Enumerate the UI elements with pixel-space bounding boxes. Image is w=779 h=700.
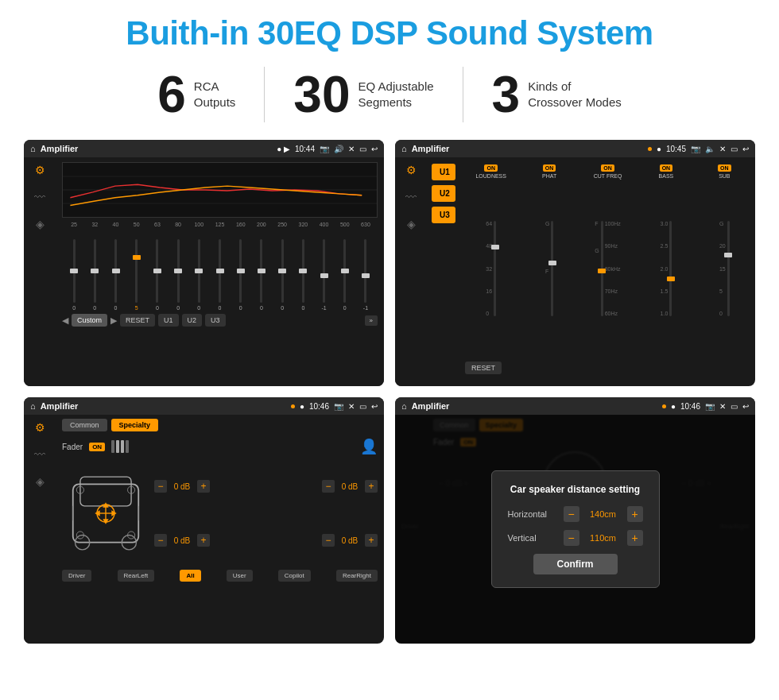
eq-more-btn[interactable]: » (365, 315, 378, 326)
eq-slider-3[interactable]: 5 (126, 239, 147, 311)
db-bl-plus[interactable]: + (197, 534, 210, 547)
eq-slider-14[interactable]: -1 (355, 239, 376, 311)
eq-slider-11[interactable]: 0 (293, 239, 313, 311)
eq-u2-btn[interactable]: U2 (182, 314, 203, 327)
stat-rca: 6 RCA Outputs (129, 69, 264, 120)
crossover-sidebar-icon-1[interactable]: ⚙ (406, 164, 417, 176)
eq-slider-9[interactable]: 0 (251, 239, 272, 311)
camera-icon: 📷 (320, 145, 329, 153)
db-tr-minus[interactable]: − (322, 480, 335, 493)
eq-sidebar-icon-2[interactable]: 〰 (34, 191, 45, 203)
close-icon-2: ✕ (719, 145, 726, 153)
eq-slider-5[interactable]: 0 (168, 239, 188, 311)
copilot-btn[interactable]: Copilot (278, 570, 311, 582)
u3-button[interactable]: U3 (432, 207, 455, 223)
eq-slider-10[interactable]: 0 (272, 239, 293, 311)
db-tl-value: 0 dB (170, 482, 194, 491)
horizontal-plus-btn[interactable]: + (627, 506, 643, 522)
tab-common[interactable]: Common (62, 419, 107, 431)
db-control-bottom-right: − 0 dB + (322, 534, 378, 547)
fader-bottom-row: Driver RearLeft All User Copilot RearRig… (62, 570, 378, 582)
vertical-minus-btn[interactable]: − (564, 530, 579, 546)
status-dot-4 (662, 404, 666, 408)
eq-slider-12[interactable]: -1 (313, 239, 334, 311)
crossover-reset-btn[interactable]: RESET (465, 362, 502, 374)
vertical-plus-btn[interactable]: + (627, 530, 643, 546)
home-icon-2[interactable]: ⌂ (401, 144, 407, 153)
db-layout: − 0 dB + (62, 462, 378, 565)
horizontal-value: 140cm (583, 509, 623, 519)
vertical-value: 110cm (583, 533, 623, 543)
fader-header: Fader ON 👤 (62, 438, 378, 455)
eq-slider-13[interactable]: 0 (335, 239, 355, 311)
eq-prev-btn[interactable]: ◀ (62, 315, 68, 326)
fader-sidebar-icon-3[interactable]: ◈ (36, 475, 45, 488)
status-dot-2 (648, 147, 652, 151)
crossover-main: ON LOUDNESS 644832160 (460, 157, 755, 386)
channel-bass: ON BASS 3.02.52.01.51.0 (640, 164, 692, 355)
rearleft-btn[interactable]: RearLeft (118, 570, 155, 582)
db-tr-value: 0 dB (338, 482, 362, 491)
eq-u1-btn[interactable]: U1 (158, 314, 179, 327)
u2-button[interactable]: U2 (432, 185, 455, 202)
eq-sidebar-icon-3[interactable]: ◈ (36, 218, 45, 230)
person-icon: 👤 (360, 438, 378, 455)
eq-slider-2[interactable]: 0 (105, 239, 126, 311)
back-icon-4[interactable]: ↩ (742, 402, 749, 411)
screen-fader-body: ⚙ 〰 ◈ Common Specialty Fader ON (24, 415, 384, 644)
crossover-sidebar-icon-3[interactable]: ◈ (407, 218, 416, 230)
tab-specialty[interactable]: Specialty (111, 419, 159, 431)
screen-dialog-title: Amplifier (412, 401, 657, 411)
db-tr-plus[interactable]: + (365, 480, 378, 493)
fader-on-badge: ON (89, 443, 105, 451)
db-tl-minus[interactable]: − (154, 480, 167, 493)
back-icon-3[interactable]: ↩ (371, 402, 378, 411)
close-icon-3: ✕ (348, 402, 355, 411)
window-icon-4: ▭ (731, 402, 738, 411)
status-dot2b: ● (657, 145, 661, 153)
fader-text-label: Fader (62, 443, 83, 451)
user-btn[interactable]: User (227, 570, 253, 582)
eq-slider-8[interactable]: 0 (231, 239, 251, 311)
fader-sidebar-icon-1[interactable]: ⚙ (35, 421, 45, 434)
play-dot: ● ▶ (277, 145, 290, 153)
fader-sidebar-icon-2[interactable]: 〰 (34, 448, 45, 461)
fader-mini-slider[interactable] (111, 440, 129, 453)
db-br-minus[interactable]: − (322, 534, 335, 547)
eq-slider-1[interactable]: 0 (84, 239, 105, 311)
back-icon[interactable]: ↩ (371, 145, 378, 153)
screen-crossover: ⌂ Amplifier ● 10:45 📷 🔈 ✕ ▭ ↩ ⚙ 〰 ◈ U1 (395, 140, 755, 386)
eq-reset-btn[interactable]: RESET (120, 314, 155, 327)
db-tl-plus[interactable]: + (197, 480, 210, 493)
screen-crossover-title: Amplifier (412, 144, 643, 153)
eq-sliders: 0 0 0 5 (62, 231, 378, 311)
eq-slider-6[interactable]: 0 (188, 239, 209, 311)
all-btn[interactable]: All (180, 570, 200, 582)
close-icon-4: ✕ (719, 402, 726, 411)
db-br-plus[interactable]: + (365, 534, 378, 547)
eq-u3-btn[interactable]: U3 (205, 314, 226, 327)
channel-cutfreq: ON CUT FREQ FG (582, 164, 634, 355)
eq-next-btn[interactable]: ▶ (110, 315, 117, 326)
eq-slider-7[interactable]: 0 (209, 239, 230, 311)
rearright-btn[interactable]: RearRight (336, 570, 378, 582)
home-icon-3[interactable]: ⌂ (30, 401, 36, 411)
car-svg (62, 462, 149, 565)
home-icon-4[interactable]: ⌂ (401, 401, 407, 411)
screen-dialog-body: Common Specialty Fader ON − 0 dB + ✚ (395, 415, 755, 644)
eq-slider-4[interactable]: 0 (147, 239, 168, 311)
confirm-button[interactable]: Confirm (533, 554, 618, 574)
driver-btn[interactable]: Driver (62, 570, 91, 582)
db-bl-minus[interactable]: − (154, 534, 167, 547)
eq-sidebar-icon-1[interactable]: ⚙ (35, 164, 45, 176)
eq-preset-custom[interactable]: Custom (72, 314, 107, 327)
eq-sidebar: ⚙ 〰 ◈ (24, 157, 56, 386)
back-icon-2[interactable]: ↩ (742, 145, 749, 153)
crossover-sidebar-icon-2[interactable]: 〰 (405, 191, 417, 203)
home-icon[interactable]: ⌂ (30, 144, 36, 153)
dialog-title: Car speaker distance setting (508, 484, 643, 495)
horizontal-minus-btn[interactable]: − (564, 506, 579, 522)
eq-slider-0[interactable]: 0 (64, 239, 84, 311)
dialog-overlay: Car speaker distance setting Horizontal … (395, 415, 755, 644)
u1-button[interactable]: U1 (432, 164, 455, 180)
